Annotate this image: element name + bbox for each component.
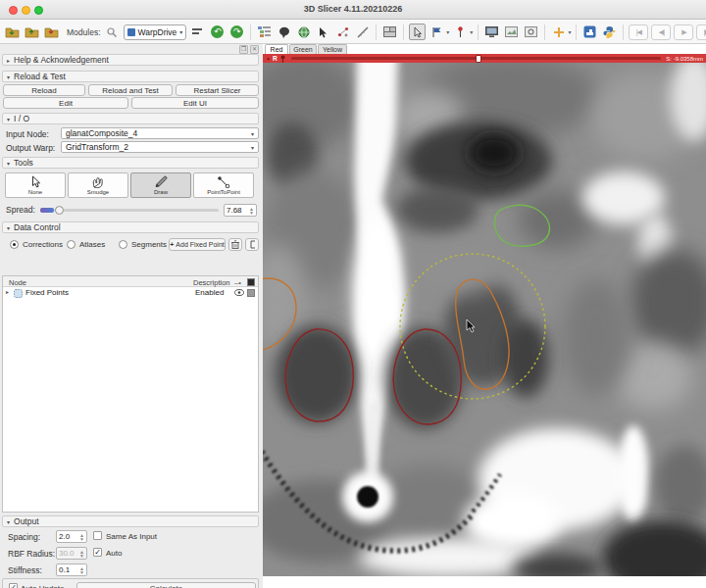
sequence-first-button[interactable]: |◀ bbox=[629, 24, 648, 40]
python-console-icon[interactable] bbox=[601, 24, 618, 40]
main-toolbar: Modules: WarpDrive ▾ ↶ ↷ ▾ ▾ ▾ bbox=[0, 21, 706, 44]
section-io-label: I / O bbox=[14, 114, 29, 123]
scene-views-icon[interactable] bbox=[295, 24, 312, 40]
measurements-icon[interactable] bbox=[354, 24, 371, 40]
row-expander-icon[interactable]: ▸ bbox=[6, 288, 9, 295]
spread-value: 7.68 bbox=[227, 206, 242, 215]
section-io[interactable]: ▾ I / O bbox=[2, 113, 259, 124]
output-warp-combobox[interactable]: GridTransform_2 ▾ bbox=[61, 141, 259, 153]
load-data-icon[interactable] bbox=[24, 24, 40, 40]
sequence-previous-button[interactable]: ◀| bbox=[651, 24, 671, 40]
scene-capture-icon[interactable] bbox=[503, 24, 520, 40]
auto-checkbox[interactable]: ✓ bbox=[93, 548, 102, 557]
panel-float-icon[interactable]: ❐ bbox=[239, 45, 248, 54]
visibility-column-icon[interactable]: –• bbox=[234, 278, 241, 287]
annotations-icon[interactable] bbox=[276, 24, 292, 40]
extensions-manager-icon[interactable] bbox=[581, 24, 598, 40]
corrections-radio[interactable] bbox=[10, 240, 19, 249]
slice-offset-slider[interactable] bbox=[291, 57, 662, 60]
section-help-label: Help & Acknowledgement bbox=[14, 55, 109, 65]
tab-green[interactable]: Green bbox=[289, 44, 317, 54]
module-selector[interactable]: WarpDrive ▾ bbox=[124, 24, 187, 40]
module-search-icon[interactable] bbox=[104, 24, 121, 40]
input-node-combobox[interactable]: glanatComposite_4 ▾ bbox=[61, 127, 259, 139]
modules-label: Modules: bbox=[67, 27, 101, 37]
atlases-radio[interactable] bbox=[67, 240, 76, 249]
collapsed-arrow-icon: ▸ bbox=[7, 57, 10, 64]
eye-icon[interactable] bbox=[234, 289, 244, 296]
delete-point-button[interactable] bbox=[228, 238, 242, 251]
clear-corrections-button[interactable] bbox=[245, 238, 259, 251]
layout-selector-icon[interactable] bbox=[381, 24, 398, 40]
sequence-play-button[interactable]: ▶ bbox=[674, 24, 693, 40]
tool-pointtopoint-button[interactable]: PointToPoint bbox=[193, 172, 254, 198]
segments-radio[interactable] bbox=[119, 240, 127, 249]
section-reload-test[interactable]: ▾ Reload & Test bbox=[2, 71, 259, 82]
tool-draw-button[interactable]: Draw bbox=[130, 172, 191, 198]
section-data-control[interactable]: ▾ Data Control bbox=[2, 221, 259, 233]
auto-update-checkbox[interactable]: ✓ bbox=[9, 583, 18, 588]
description-column-header[interactable]: Description bbox=[193, 278, 230, 287]
add-data-caret-icon[interactable]: ▾ bbox=[568, 28, 571, 35]
tool-smudge-button[interactable]: Smudge bbox=[68, 172, 128, 198]
tab-yellow[interactable]: Yellow bbox=[318, 44, 347, 54]
section-output-label: Output bbox=[14, 516, 39, 526]
expanded-arrow-icon: ▾ bbox=[7, 116, 10, 122]
pin-icon[interactable] bbox=[279, 55, 286, 63]
capture-options-icon[interactable] bbox=[523, 24, 539, 40]
stiffness-spinbox[interactable]: 0.1 ▲▼ bbox=[56, 564, 87, 576]
spin-arrows-icon[interactable]: ▲▼ bbox=[249, 207, 254, 215]
point-to-point-icon bbox=[217, 175, 230, 188]
calculate-button[interactable]: Calculate bbox=[76, 582, 256, 588]
place-point-caret-icon[interactable]: ▾ bbox=[470, 28, 473, 35]
reload-button[interactable]: Reload bbox=[3, 84, 85, 96]
section-output[interactable]: ▾ Output bbox=[2, 515, 259, 527]
save-scene-icon[interactable] bbox=[43, 24, 60, 40]
fixed-points-row[interactable]: ▸ Fixed Points Enabled bbox=[3, 287, 258, 299]
rbf-radius-spinbox[interactable]: 30.0 ▲▼ bbox=[56, 547, 87, 560]
spread-slider-fill bbox=[40, 208, 54, 213]
slice-menu-caret-icon[interactable]: ▼ bbox=[266, 56, 271, 62]
spread-slider-handle[interactable] bbox=[55, 206, 64, 215]
module-selector-value: WarpDrive bbox=[138, 27, 177, 37]
screen-capture-icon[interactable] bbox=[483, 24, 500, 40]
spin-arrows-icon[interactable]: ▲▼ bbox=[79, 533, 84, 541]
color-column-icon[interactable] bbox=[247, 278, 255, 286]
tab-red[interactable]: Red bbox=[265, 44, 288, 54]
spread-spinbox[interactable]: 7.68 ▲▼ bbox=[224, 204, 257, 217]
place-point-button[interactable] bbox=[452, 24, 469, 40]
section-tools[interactable]: ▾ Tools bbox=[2, 157, 259, 169]
slice-offset-handle[interactable] bbox=[476, 55, 481, 63]
load-dicom-icon[interactable] bbox=[4, 24, 21, 40]
spacing-spinbox[interactable]: 2.0 ▲▼ bbox=[56, 530, 87, 543]
section-help[interactable]: ▸ Help & Acknowledgement bbox=[2, 54, 259, 66]
edit-button[interactable]: Edit bbox=[3, 97, 128, 109]
mri-slice-image[interactable] bbox=[263, 63, 706, 576]
subject-hierarchy-icon[interactable] bbox=[256, 24, 273, 40]
same-as-input-checkbox[interactable] bbox=[93, 531, 102, 540]
pointer-mode-button[interactable] bbox=[409, 24, 426, 40]
panel-close-icon[interactable]: ✕ bbox=[250, 45, 259, 54]
restart-slicer-button[interactable]: Restart Slicer bbox=[176, 84, 259, 96]
place-flag-button[interactable] bbox=[429, 24, 445, 40]
expanded-arrow-icon: ▾ bbox=[7, 224, 10, 231]
add-fixed-point-button[interactable]: + Add Fixed Point bbox=[169, 238, 226, 251]
reload-and-test-button[interactable]: Reload and Test bbox=[88, 84, 173, 96]
smudge-hand-icon bbox=[91, 175, 105, 188]
markups-icon[interactable] bbox=[334, 24, 351, 40]
node-column-header[interactable]: Node bbox=[9, 278, 26, 287]
edit-ui-button[interactable]: Edit UI bbox=[131, 97, 259, 109]
sequence-next-button[interactable]: |▶ bbox=[696, 24, 706, 40]
tool-none-button[interactable]: None bbox=[5, 172, 66, 198]
corrections-table[interactable]: Node Description –• ▸ Fixed Points Enabl… bbox=[2, 275, 259, 513]
section-reload-label: Reload & Test bbox=[14, 72, 66, 81]
module-back-icon[interactable]: ↶ bbox=[209, 24, 226, 40]
spread-slider[interactable] bbox=[54, 209, 219, 212]
place-flag-caret-icon[interactable]: ▾ bbox=[446, 28, 449, 35]
module-forward-icon[interactable]: ↷ bbox=[228, 24, 245, 40]
row-color-swatch[interactable] bbox=[247, 289, 255, 297]
module-history-menu-icon[interactable] bbox=[189, 24, 206, 40]
spin-arrows-icon[interactable]: ▲▼ bbox=[79, 566, 84, 574]
add-data-plus-icon[interactable] bbox=[550, 24, 567, 40]
transforms-icon[interactable] bbox=[315, 24, 331, 40]
